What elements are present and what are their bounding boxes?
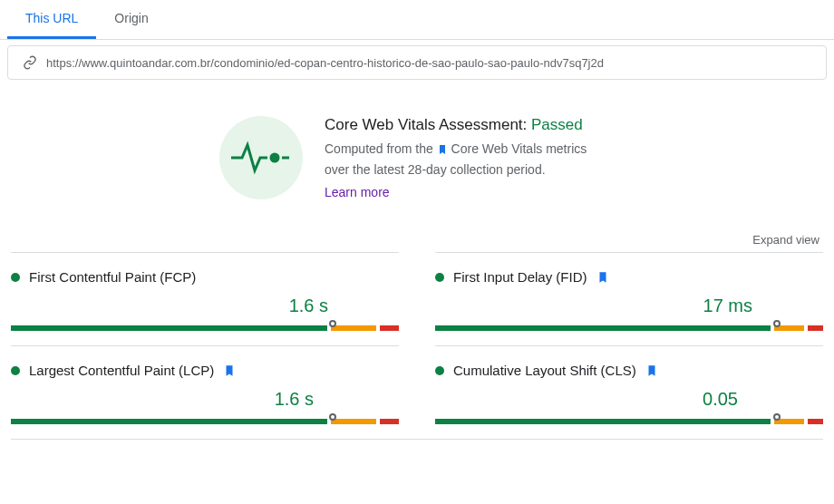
metric-bar bbox=[435, 320, 823, 333]
bar-segment-bad bbox=[808, 419, 823, 424]
metric-value: 1.6 s bbox=[11, 389, 399, 410]
learn-more-link[interactable]: Learn more bbox=[325, 185, 390, 199]
assessment-text: Core Web Vitals Assessment: Passed Compu… bbox=[325, 116, 615, 200]
bar-marker bbox=[329, 320, 336, 327]
expand-view-link[interactable]: Expand view bbox=[0, 228, 834, 252]
assessment-sub-prefix: Computed from the bbox=[325, 141, 437, 156]
tab-origin[interactable]: Origin bbox=[96, 0, 166, 39]
metric-bar bbox=[11, 320, 399, 333]
metric-header: First Input Delay (FID) bbox=[435, 269, 823, 285]
status-dot-good bbox=[11, 366, 20, 375]
bar-segment-warn bbox=[331, 325, 376, 331]
metric-name: Largest Contentful Paint (LCP) bbox=[29, 363, 214, 378]
metric-value: 0.05 bbox=[435, 389, 823, 410]
bar-marker bbox=[329, 413, 336, 421]
metric-bar bbox=[435, 413, 823, 426]
metric-header: First Contentful Paint (FCP) bbox=[11, 269, 399, 285]
bar-segment-good bbox=[11, 325, 327, 331]
bar-segment-good bbox=[435, 325, 771, 331]
metric-fcp: First Contentful Paint (FCP) 1.6 s bbox=[11, 252, 399, 345]
metric-header: Cumulative Layout Shift (CLS) bbox=[435, 363, 823, 378]
metric-bar bbox=[11, 413, 399, 426]
assessment-status: Passed bbox=[531, 116, 583, 133]
assessment-subtitle: Computed from the Core Web Vitals metric… bbox=[325, 140, 615, 179]
metric-name: First Input Delay (FID) bbox=[453, 269, 587, 285]
metrics-grid: First Contentful Paint (FCP) 1.6 s First… bbox=[0, 252, 834, 439]
metric-value: 17 ms bbox=[435, 296, 823, 316]
bar-segment-good bbox=[435, 419, 771, 424]
bar-marker bbox=[773, 320, 781, 327]
metric-cls: Cumulative Layout Shift (CLS) 0.05 bbox=[435, 345, 823, 439]
metric-fid: First Input Delay (FID) 17 ms bbox=[435, 252, 823, 345]
bar-segment-bad bbox=[380, 325, 399, 331]
bookmark-icon bbox=[223, 364, 236, 377]
bar-segment-warn bbox=[331, 419, 376, 424]
metric-name: First Contentful Paint (FCP) bbox=[29, 269, 196, 285]
url-bar: https://www.quintoandar.com.br/condomini… bbox=[7, 45, 827, 80]
assessment-section: Core Web Vitals Assessment: Passed Compu… bbox=[0, 116, 834, 200]
bookmark-icon bbox=[437, 143, 448, 158]
url-text: https://www.quintoandar.com.br/condomini… bbox=[46, 56, 604, 70]
tabs: This URL Origin bbox=[0, 0, 834, 40]
bar-segment-bad bbox=[808, 325, 823, 331]
bookmark-icon bbox=[645, 364, 658, 377]
tab-this-url[interactable]: This URL bbox=[7, 0, 96, 39]
bookmark-icon bbox=[596, 271, 609, 284]
link-icon bbox=[23, 55, 37, 70]
status-dot-good bbox=[435, 273, 444, 282]
metric-name: Cumulative Layout Shift (CLS) bbox=[453, 363, 636, 378]
bar-segment-good bbox=[11, 419, 327, 424]
status-dot-good bbox=[11, 273, 20, 282]
assessment-title-prefix: Core Web Vitals Assessment: bbox=[325, 116, 531, 133]
status-dot-good bbox=[435, 366, 444, 375]
bar-segment-bad bbox=[380, 419, 399, 424]
divider bbox=[11, 439, 823, 440]
pulse-icon bbox=[219, 116, 303, 199]
assessment-title: Core Web Vitals Assessment: Passed bbox=[325, 116, 615, 134]
bar-marker bbox=[773, 413, 781, 421]
metric-lcp: Largest Contentful Paint (LCP) 1.6 s bbox=[11, 345, 399, 439]
metric-header: Largest Contentful Paint (LCP) bbox=[11, 363, 399, 378]
metric-value: 1.6 s bbox=[11, 296, 399, 316]
svg-point-0 bbox=[271, 154, 278, 161]
